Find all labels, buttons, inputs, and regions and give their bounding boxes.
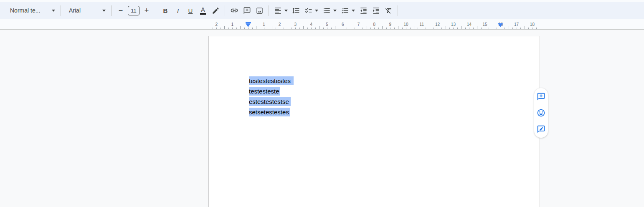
ruler-tick [512, 28, 513, 29]
ruler-tick [351, 26, 351, 29]
ruler-tick [394, 28, 395, 29]
document-page[interactable]: testestestestestestestesteestestestestse… [208, 36, 540, 207]
line-spacing-button[interactable] [290, 5, 301, 16]
selected-text[interactable]: setsetestestes [249, 108, 290, 116]
first-line-indent-marker[interactable] [246, 22, 251, 23]
ruler-tick [319, 26, 319, 29]
link-icon [230, 6, 238, 15]
add-comment-icon [537, 92, 545, 101]
ruler-tick [382, 26, 383, 29]
ruler-tick [288, 26, 288, 29]
bold-button[interactable]: B [160, 5, 171, 16]
ruler-tick [252, 28, 253, 29]
decrease-indent-button[interactable] [358, 5, 369, 16]
ruler-tick [295, 28, 296, 29]
add-comment-side-button[interactable] [537, 92, 545, 101]
ruler-tick [292, 28, 292, 29]
checklist-button[interactable] [303, 5, 319, 16]
ruler-tick [390, 28, 390, 29]
suggest-edits-icon [537, 125, 545, 134]
numbered-list-button[interactable] [340, 5, 356, 16]
text-line[interactable]: setsetestestes [249, 107, 294, 117]
toolbar-divider [225, 5, 225, 16]
right-margin-marker[interactable] [498, 23, 503, 27]
image-icon [256, 7, 264, 15]
toolbar-divider [61, 5, 61, 16]
ruler-tick [441, 28, 442, 29]
text-line[interactable]: testesteste [249, 86, 294, 96]
ruler-tick [477, 26, 477, 29]
line-spacing-icon [292, 7, 300, 15]
ruler-tick [493, 26, 493, 29]
clear-formatting-icon [385, 7, 393, 15]
ruler-tick [430, 26, 430, 29]
chevron-down-icon [333, 10, 337, 12]
text-line[interactable]: estestestestse [249, 96, 294, 107]
ruler-tick [536, 28, 537, 29]
ruler-tick [485, 28, 485, 29]
ruler-tick [398, 26, 398, 29]
emoji-reaction-button[interactable] [537, 109, 545, 117]
ruler-number: 18 [530, 22, 535, 27]
ruler-tick [367, 26, 367, 29]
ruler-tick [520, 28, 521, 29]
ruler-tick [453, 28, 454, 29]
side-action-pill [534, 88, 548, 138]
ruler-tick [465, 28, 466, 29]
ruler-tick [378, 28, 379, 29]
insert-link-button[interactable] [229, 5, 240, 16]
ruler-number: 4 [310, 22, 312, 27]
toolbar-divider [1, 5, 1, 16]
increase-font-size-button[interactable]: + [141, 5, 152, 16]
bulleted-list-button[interactable] [321, 5, 338, 16]
increase-indent-button[interactable] [370, 5, 381, 16]
ruler-tick [327, 28, 327, 29]
ruler-tick [422, 28, 422, 29]
underline-button[interactable]: U [185, 5, 196, 16]
ruler-tick [264, 28, 264, 29]
ruler-tick [434, 28, 434, 29]
align-button[interactable] [273, 5, 289, 16]
add-comment-button[interactable] [241, 5, 252, 16]
ruler-number: 7 [357, 22, 360, 27]
ruler-tick [347, 28, 347, 29]
ruler-tick [260, 28, 260, 29]
font-size-input[interactable]: 11 [128, 6, 139, 15]
suggest-edits-button[interactable] [537, 125, 545, 134]
italic-button[interactable]: I [172, 5, 183, 16]
ruler-tick [244, 28, 245, 29]
insert-image-button[interactable] [254, 5, 265, 16]
ruler-tick [363, 28, 363, 29]
ruler-number: 2 [216, 22, 218, 27]
ruler-number: 13 [451, 22, 456, 27]
font-family-value: Arial [69, 7, 81, 14]
selected-text[interactable]: testestestestes [249, 76, 294, 85]
ruler-tick [228, 28, 229, 29]
highlight-color-button[interactable] [210, 5, 221, 16]
ruler[interactable]: 21123456789101112131415161718 [0, 22, 644, 30]
font-family-dropdown[interactable]: Arial [65, 7, 107, 14]
ruler-tick [426, 28, 426, 29]
left-margin-marker[interactable] [246, 23, 251, 27]
ruler-tick [497, 28, 497, 29]
ruler-number: 11 [420, 22, 424, 27]
ruler-tick [276, 28, 276, 29]
selected-text[interactable]: estestestestse [249, 97, 291, 106]
selected-text[interactable]: testesteste [249, 87, 280, 96]
ruler-tick [438, 28, 438, 29]
highlighter-icon [212, 7, 220, 15]
ruler-tick [457, 28, 458, 29]
ruler-tick [311, 28, 312, 29]
ruler-tick [213, 28, 213, 29]
ruler-number: 9 [389, 22, 391, 27]
ruler-tick [446, 26, 446, 29]
clear-formatting-button[interactable] [383, 5, 394, 16]
ruler-tick [473, 28, 474, 29]
decrease-font-size-button[interactable]: − [115, 5, 126, 16]
text-color-button[interactable]: A [198, 5, 208, 16]
ruler-number: 1 [263, 22, 265, 27]
paragraph-style-dropdown[interactable]: Normal te... [5, 7, 57, 14]
toolbar-divider [111, 5, 112, 16]
text-line[interactable]: testestestestes [249, 76, 294, 86]
document-text[interactable]: testestestestestestestesteestestestestse… [249, 76, 294, 117]
